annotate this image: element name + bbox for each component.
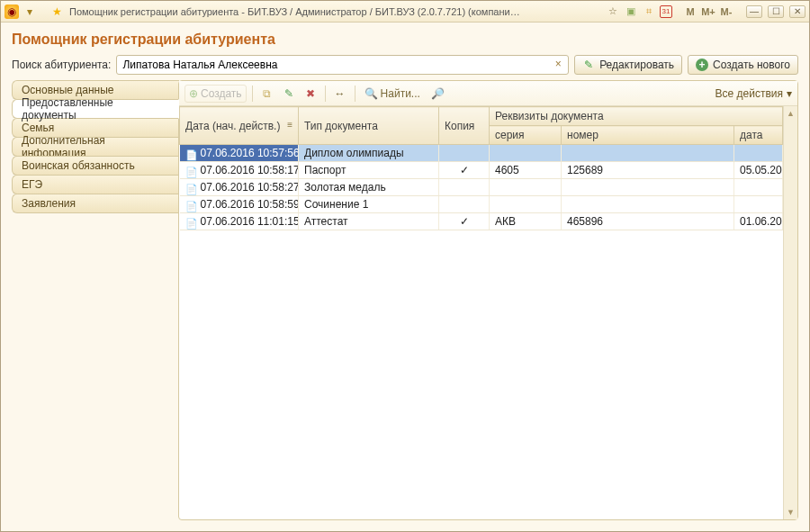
sidebar: Основные данныеПредоставленные документы…: [12, 80, 179, 520]
col-series[interactable]: серия: [490, 126, 562, 145]
edit-button[interactable]: ✎ Редактировать: [574, 55, 682, 75]
star-icon[interactable]: ☆: [606, 5, 620, 19]
search-label: Поиск абитуриента:: [12, 59, 111, 71]
all-actions-button[interactable]: Все действия ▾: [716, 87, 792, 100]
page-title: Помощник регистрации абитуриента: [12, 32, 798, 48]
vertical-scrollbar[interactable]: ▲ ▼: [783, 106, 797, 519]
col-doctype[interactable]: Тип документа: [299, 107, 439, 145]
col-requisites[interactable]: Реквизиты документа: [490, 107, 783, 126]
sort-indicator-icon: [284, 120, 292, 130]
sidebar-item-1[interactable]: Предоставленные документы: [12, 99, 179, 119]
titlebar-right: ☆ ▣ ⌗ 31 M M+ M- — ☐ ✕: [606, 5, 806, 19]
sidebar-item-3[interactable]: Дополнительная информация: [12, 137, 179, 157]
col-date[interactable]: Дата (нач. действ.): [180, 107, 299, 145]
app-icon: ◉: [4, 5, 19, 19]
sidebar-item-5[interactable]: ЕГЭ: [12, 175, 179, 194]
edit-record-button[interactable]: ✎: [280, 85, 298, 103]
table-row[interactable]: 07.06.2016 10:58:27Золотая медаль: [180, 179, 783, 196]
create-record-button[interactable]: ⊕ Создать: [184, 85, 247, 103]
table-row[interactable]: 07.06.2016 10:58:17Паспорт✓460512568905.…: [180, 162, 783, 179]
grid-wrap: Дата (нач. действ.) Тип документа Копия …: [179, 106, 797, 519]
document-icon: [185, 149, 198, 159]
search-container: ×: [116, 55, 569, 75]
find-label: Найти...: [381, 87, 420, 100]
document-icon: [185, 183, 198, 194]
delete-button[interactable]: ✖: [302, 85, 320, 103]
minimize-button[interactable]: —: [746, 5, 762, 18]
maximize-button[interactable]: ☐: [768, 5, 784, 18]
titlebar: ◉ ▾ ★ Помощник регистрации абитуриента -…: [1, 1, 809, 23]
scroll-up-icon[interactable]: ▲: [786, 108, 796, 119]
create-new-button[interactable]: + Создать нового: [688, 55, 798, 75]
document-icon: [185, 217, 198, 228]
calendar-icon[interactable]: 31: [660, 5, 672, 18]
toolbar: ⊕ Создать ⧉ ✎ ✖ ↔ 🔍 Найти... 🔎: [179, 81, 797, 106]
sidebar-item-6[interactable]: Заявления: [12, 194, 179, 213]
dropdown-icon[interactable]: ▾: [22, 5, 37, 19]
document-icon: [185, 200, 198, 211]
plus-circle-icon: ⊕: [189, 87, 198, 100]
clear-find-button[interactable]: 🔎: [428, 85, 448, 103]
documents-table: Дата (нач. действ.) Тип документа Копия …: [179, 106, 783, 230]
table-row[interactable]: 07.06.2016 11:01:15Аттестат✓АКВ46589601.…: [180, 213, 783, 230]
clear-icon[interactable]: ×: [551, 58, 565, 72]
mem-m[interactable]: M: [683, 5, 698, 19]
sidebar-item-4[interactable]: Воинская обязанность: [12, 156, 179, 176]
content: Основные данныеПредоставленные документы…: [12, 80, 798, 520]
magnify-icon: 🔍: [364, 87, 378, 100]
scroll-down-icon[interactable]: ▼: [786, 507, 796, 518]
edit-button-label: Редактировать: [599, 59, 674, 71]
mem-mplus[interactable]: M+: [701, 5, 716, 19]
grid[interactable]: Дата (нач. действ.) Тип документа Копия …: [179, 106, 783, 519]
history-icon[interactable]: ▣: [624, 5, 638, 19]
col-copy[interactable]: Копия: [439, 107, 490, 145]
mem-mminus[interactable]: M-: [719, 5, 734, 19]
pencil-icon: ✎: [582, 59, 595, 71]
chevron-down-icon: ▾: [787, 87, 792, 100]
document-icon: [185, 166, 198, 176]
copy-button[interactable]: ⧉: [258, 85, 276, 103]
app-window: ◉ ▾ ★ Помощник регистрации абитуриента -…: [0, 0, 810, 532]
main-panel: ⊕ Создать ⧉ ✎ ✖ ↔ 🔍 Найти... 🔎: [178, 80, 798, 520]
body: Помощник регистрации абитуриента Поиск а…: [1, 23, 809, 531]
col-number[interactable]: номер: [562, 126, 734, 145]
calc-icon[interactable]: ⌗: [642, 5, 656, 19]
window-title: Помощник регистрации абитуриента - БИТ.В…: [69, 6, 528, 17]
col-rdate[interactable]: дата: [734, 126, 783, 145]
search-input[interactable]: [116, 55, 569, 75]
table-row[interactable]: 07.06.2016 10:58:59Сочинение 1: [180, 196, 783, 213]
search-row: Поиск абитуриента: × ✎ Редактировать + С…: [12, 55, 798, 75]
plus-icon: +: [696, 59, 708, 71]
all-actions-label: Все действия: [716, 87, 783, 100]
move-button[interactable]: ↔: [331, 85, 349, 103]
create-new-label: Создать нового: [713, 59, 790, 71]
find-button[interactable]: 🔍 Найти...: [361, 85, 424, 103]
close-button[interactable]: ✕: [789, 5, 806, 18]
create-record-label: Создать: [201, 87, 242, 100]
table-row[interactable]: 07.06.2016 10:57:56Диплом олимпиады: [180, 145, 783, 162]
favorite-icon[interactable]: ★: [50, 5, 64, 19]
